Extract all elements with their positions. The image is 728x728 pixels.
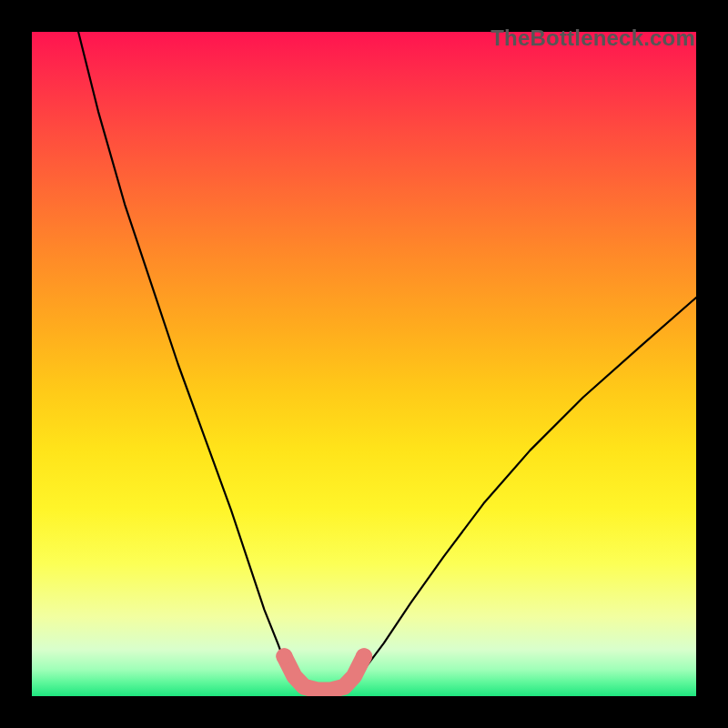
black-curve bbox=[78, 32, 696, 693]
plot-area bbox=[32, 32, 696, 696]
pink-band bbox=[284, 656, 364, 690]
watermark-text: TheBottleneck.com bbox=[490, 25, 695, 51]
plot-svg bbox=[32, 32, 696, 696]
pink-band-endcap bbox=[276, 648, 292, 664]
pink-band-endcap bbox=[356, 648, 372, 664]
chart-frame: TheBottleneck.com bbox=[0, 0, 728, 728]
